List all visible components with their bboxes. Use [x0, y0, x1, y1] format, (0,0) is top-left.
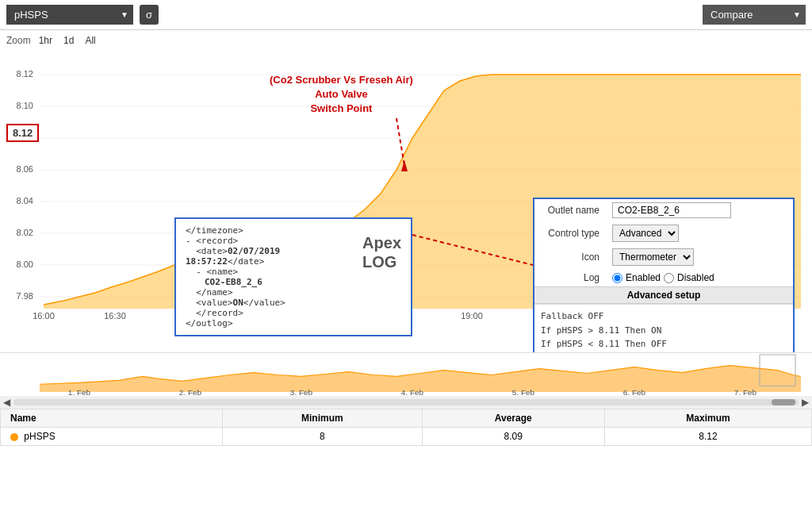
icon-label: Icon: [534, 245, 606, 269]
outlet-name-label: Outlet name: [534, 199, 606, 221]
stats-average-cell: 8.09: [422, 428, 605, 446]
stats-maximum-cell: 8.12: [605, 428, 812, 446]
svg-text:8.02: 8.02: [17, 228, 33, 237]
log-disabled-radio[interactable]: [664, 273, 674, 283]
svg-text:2. Feb: 2. Feb: [179, 388, 202, 396]
control-type-label: Control type: [534, 221, 606, 245]
svg-text:8.00: 8.00: [17, 259, 33, 269]
scroll-thumb[interactable]: [772, 399, 795, 405]
code-line-2: If pHSPS > 8.11 Then ON: [541, 324, 787, 338]
mini-chart: 1. Feb 2. Feb 3. Feb 4. Feb 5. Feb 6. Fe…: [0, 352, 812, 396]
icon-select[interactable]: Thermometer: [612, 248, 694, 266]
top-bar: pHSPS ▼ σ Compare ▼: [0, 0, 812, 30]
scroll-track[interactable]: [13, 399, 799, 405]
stats-table: Name Minimum Average Maximum pHSPS 8 8.0…: [0, 409, 812, 446]
code-line-4: If pHSPS = 8.11 Then OFF: [541, 351, 787, 352]
svg-text:16:00: 16:00: [33, 311, 55, 321]
xml-line-8: </record>: [186, 308, 401, 318]
scroll-left-button[interactable]: ◀: [3, 397, 10, 408]
current-value-box: 8.12: [6, 124, 39, 142]
sigma-button[interactable]: σ: [140, 5, 159, 25]
log-radio-group: Enabled Disabled: [612, 272, 787, 283]
stats-name-cell: pHSPS: [1, 428, 223, 446]
control-type-row: Control type Advanced: [534, 221, 793, 245]
svg-text:19:00: 19:00: [461, 311, 483, 321]
log-value-cell: Enabled Disabled: [606, 269, 793, 286]
xml-popup: ApexLOG </timezone> - <record> <date>02/…: [174, 217, 412, 336]
svg-text:8.10: 8.10: [17, 101, 33, 110]
chart-area: 8.12 8.12 8.10 8.08 8.06 8.04 8.02 8.00 …: [0, 51, 812, 352]
icon-row: Icon Thermometer: [534, 245, 793, 269]
stats-name-value: pHSPS: [24, 431, 55, 442]
annotation-line3: Switch Point: [310, 102, 372, 114]
icon-value-cell: Thermometer: [606, 245, 793, 269]
xml-line-5: CO2-EB8_2_6: [186, 277, 401, 287]
code-line-1: Fallback OFF: [541, 309, 787, 324]
stats-col-average: Average: [422, 409, 605, 428]
compare-select[interactable]: Compare: [703, 5, 806, 25]
svg-text:5. Feb: 5. Feb: [512, 388, 535, 396]
outlet-name-value-cell: [606, 199, 793, 221]
scroll-right-button[interactable]: ▶: [802, 397, 809, 408]
stats-minimum-cell: 8: [223, 428, 422, 446]
advanced-setup-header: Advanced setup: [534, 286, 793, 304]
outlet-name-row: Outlet name: [534, 199, 793, 221]
annotation-line2: Auto Valve: [315, 88, 367, 100]
zoom-1d-button[interactable]: 1d: [60, 33, 77, 48]
annotation-box: (Co2 Scrubber Vs Freseh Air) Auto Valve …: [270, 73, 413, 117]
zoom-all-button[interactable]: All: [82, 33, 98, 48]
svg-text:16:30: 16:30: [104, 311, 126, 321]
outlet-panel: Outlet name Control type Advanced Icon T…: [533, 198, 795, 352]
xml-line-6: </name>: [186, 287, 401, 298]
svg-text:8.12: 8.12: [17, 69, 33, 79]
sensor-select-wrapper[interactable]: pHSPS ▼: [6, 5, 133, 25]
mini-chart-svg: 1. Feb 2. Feb 3. Feb 4. Feb 5. Feb 6. Fe…: [0, 353, 812, 396]
control-type-select[interactable]: Advanced: [612, 225, 679, 242]
log-enabled-radio[interactable]: [612, 273, 622, 283]
scrollbar-area: ◀ ▶: [0, 396, 812, 409]
xml-line-7: <value>ON</value>: [186, 298, 401, 308]
stats-header-row: Name Minimum Average Maximum: [1, 409, 812, 428]
stats-data-row: pHSPS 8 8.09 8.12: [1, 428, 812, 446]
apex-log-label: ApexLOG: [362, 233, 401, 271]
compare-select-wrapper[interactable]: Compare ▼: [703, 5, 806, 25]
zoom-label: Zoom: [6, 35, 31, 46]
xml-line-9: </outlog>: [186, 318, 401, 328]
sensor-select[interactable]: pHSPS: [6, 5, 133, 25]
svg-text:8.04: 8.04: [17, 196, 33, 205]
outlet-name-input[interactable]: [612, 202, 731, 218]
svg-text:7. Feb: 7. Feb: [734, 388, 757, 396]
stats-color-dot: [10, 433, 18, 441]
log-row: Log Enabled Disabled: [534, 269, 793, 286]
log-disabled-label: Disabled: [677, 272, 714, 283]
svg-text:3. Feb: 3. Feb: [290, 388, 313, 396]
svg-text:1. Feb: 1. Feb: [68, 388, 91, 396]
outlet-panel-table: Outlet name Control type Advanced Icon T…: [534, 199, 793, 286]
stats-col-maximum: Maximum: [605, 409, 812, 428]
advanced-setup-code: Fallback OFF If pHSPS > 8.11 Then ON If …: [534, 304, 793, 352]
svg-text:8.06: 8.06: [17, 164, 33, 174]
svg-text:6. Feb: 6. Feb: [623, 388, 646, 396]
log-label: Log: [534, 269, 606, 286]
zoom-1hr-button[interactable]: 1hr: [36, 33, 56, 48]
code-line-3: If pHSPS < 8.11 Then OFF: [541, 337, 787, 351]
stats-col-minimum: Minimum: [223, 409, 422, 428]
annotation-line1: (Co2 Scrubber Vs Freseh Air): [270, 74, 413, 86]
svg-text:7.98: 7.98: [17, 291, 33, 301]
zoom-bar: Zoom 1hr 1d All: [0, 30, 812, 51]
log-enabled-label: Enabled: [626, 272, 661, 283]
svg-text:4. Feb: 4. Feb: [401, 388, 424, 396]
stats-col-name: Name: [1, 409, 223, 428]
control-type-value-cell: Advanced: [606, 221, 793, 245]
